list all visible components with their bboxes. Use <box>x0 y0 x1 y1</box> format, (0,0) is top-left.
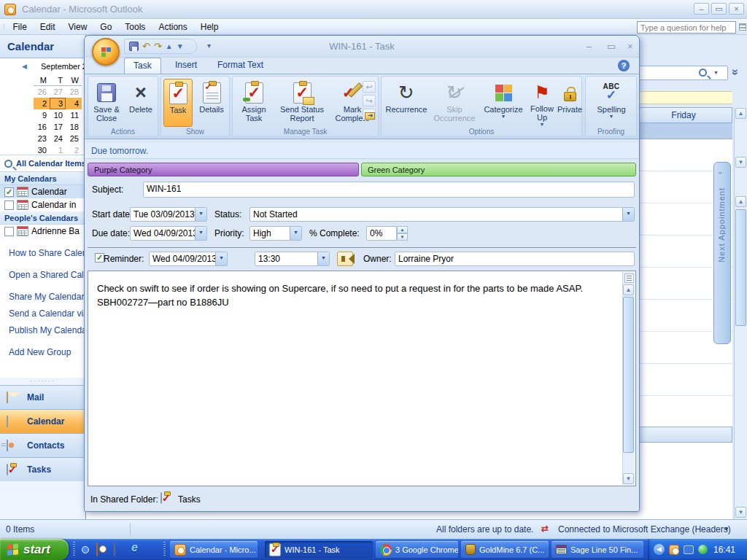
link-open-shared[interactable]: Open a Shared Calendar... <box>9 270 85 280</box>
scroll-up-icon[interactable]: ▲ <box>735 108 746 119</box>
owner-input[interactable]: Lorraine Pryor <box>395 252 635 266</box>
link-share-my-calendar[interactable]: Share My Calendar... <box>9 292 85 302</box>
scroll-down-icon[interactable]: ▼ <box>623 473 634 484</box>
percent-complete-input[interactable]: 0% <box>366 226 397 241</box>
dropdown-button[interactable]: ▼ <box>317 252 329 265</box>
spelling-button[interactable]: ABC✓ Spelling ▼ <box>589 79 633 127</box>
prev-month-arrow[interactable]: ◀ <box>22 63 27 70</box>
taskbar-button-goldmine[interactable]: GoldMine 6.7 (C... <box>461 541 549 558</box>
minimize-button[interactable]: – <box>694 3 709 15</box>
calendar-day[interactable]: 18 <box>66 121 82 133</box>
scrollbar-thumb[interactable] <box>623 297 634 453</box>
calendar-day[interactable]: 30 <box>34 144 50 156</box>
nav-button-mail[interactable]: Mail <box>0 385 85 409</box>
save-close-button[interactable]: Save & Close <box>90 79 123 127</box>
calendar-day[interactable]: 9 <box>34 109 50 121</box>
tray-outlook-icon[interactable] <box>669 545 679 555</box>
calendar-day[interactable]: 1 <box>50 144 66 156</box>
menu-go[interactable]: Go <box>93 20 118 34</box>
minimize-search-chevron-icon[interactable]: » <box>732 66 739 79</box>
category-bar-purple[interactable]: Purple Category <box>88 163 359 176</box>
select-browse-icon[interactable] <box>624 273 634 283</box>
body-scrollbar[interactable]: ▲ ▼ <box>622 272 635 485</box>
assign-task-button[interactable]: Assign Task <box>236 79 272 127</box>
table-grid-icon[interactable] <box>739 23 746 31</box>
connection-dropdown-icon[interactable]: ▼ <box>724 526 729 532</box>
question-help-input[interactable]: Type a question for help <box>637 21 736 34</box>
calendar-day[interactable]: 10 <box>50 109 66 121</box>
minimize-button[interactable]: – <box>587 42 592 51</box>
status-combo[interactable]: Not Started ▼ <box>249 207 635 222</box>
tab-task[interactable]: Task <box>124 58 161 74</box>
save-icon[interactable] <box>129 42 139 51</box>
skip-occurrence-button[interactable]: ↻ Skip Occurrence <box>430 79 479 127</box>
calendar-day[interactable]: 23 <box>34 133 50 144</box>
pane-splitter[interactable]: ······· <box>0 378 85 385</box>
search-dropdown-icon[interactable]: ▼ <box>713 70 719 75</box>
link-publish-calendar[interactable]: Publish My Calendar... <box>9 325 85 335</box>
percent-stepper[interactable]: ▲▼ <box>397 226 408 241</box>
link-how-to-share[interactable]: How to Share Calendars... <box>9 248 85 258</box>
maximize-button[interactable]: ▭ <box>711 3 727 15</box>
toolbar-grip[interactable]: ⁞ <box>3 23 5 31</box>
quicklaunch-grip[interactable] <box>73 542 75 557</box>
maximize-button[interactable]: ▭ <box>607 42 616 51</box>
menu-help[interactable]: Help <box>194 20 225 34</box>
tray-collapse-icon[interactable]: ◀ <box>654 544 665 555</box>
delete-button[interactable]: × Delete <box>125 79 157 127</box>
sync-icon[interactable]: ⇄ <box>541 524 549 534</box>
menu-file[interactable]: File <box>7 20 34 34</box>
calendar-day[interactable]: 2 <box>66 144 82 156</box>
calendar-day[interactable]: 25 <box>66 133 82 144</box>
calendar-day[interactable]: 11 <box>66 109 82 121</box>
link-send-calendar[interactable]: Send a Calendar via E-mail... <box>9 308 85 319</box>
paintbrush-icon[interactable] <box>114 543 126 556</box>
menu-edit[interactable]: Edit <box>34 20 62 34</box>
category-bar-green[interactable]: Green Category <box>361 163 636 176</box>
priority-combo[interactable]: High ▼ <box>249 226 302 241</box>
taskbar-button-chrome-group[interactable]: 3 Google Chrome ▼ <box>376 541 458 558</box>
task-view-button[interactable]: Task <box>163 79 193 127</box>
dropdown-button[interactable]: ▼ <box>195 208 206 221</box>
calendar-day[interactable]: 16 <box>34 121 50 133</box>
subject-input[interactable]: WIN-161 <box>143 182 635 198</box>
scroll-down-icon[interactable]: ▼ <box>735 157 746 168</box>
customize-qat-icon[interactable]: ▾ <box>207 42 211 50</box>
taskbar-button-task[interactable]: WIN-161 - Task <box>265 541 373 558</box>
task-body-editor[interactable]: Check on swift to see if order is showin… <box>88 271 636 486</box>
menu-tools[interactable]: Tools <box>118 20 152 34</box>
scroll-up-icon[interactable]: ▲ <box>623 284 634 295</box>
all-calendar-items[interactable]: All Calendar Items <box>0 155 85 172</box>
link-add-new-group[interactable]: Add New Group <box>9 347 85 357</box>
next-appointment-tab[interactable]: › Next Appointment <box>713 162 731 344</box>
scroll-up-icon[interactable]: ▲ <box>735 196 746 207</box>
redo-icon[interactable]: ↷ <box>154 42 162 51</box>
private-button[interactable]: Private <box>557 79 583 127</box>
start-date-combo[interactable]: Tue 03/09/2013 ▼ <box>130 207 207 222</box>
forward-icon[interactable] <box>363 109 376 120</box>
dropdown-button[interactable]: ▼ <box>215 252 227 265</box>
internet-explorer-icon[interactable]: e <box>131 541 144 553</box>
calendar-item-person[interactable]: Adrienne Ba <box>0 225 85 238</box>
nav-button-tasks[interactable]: Tasks <box>0 457 85 481</box>
menu-view[interactable]: View <box>62 20 94 34</box>
reminder-time-combo[interactable]: 13:30 ▼ <box>255 252 330 266</box>
section-peoples-calendars[interactable]: People's Calendars <box>0 211 85 225</box>
dropdown-button[interactable]: ▼ <box>622 208 634 221</box>
dropdown-button[interactable]: ▼ <box>195 227 206 240</box>
calendar-day[interactable]: 26 <box>34 86 50 98</box>
calendar-item-calendar[interactable]: ✓ Calendar <box>0 185 85 198</box>
dropdown-button[interactable]: ▼ <box>290 227 301 240</box>
tray-status-icon[interactable] <box>698 545 708 554</box>
section-my-calendars[interactable]: My Calendars <box>0 172 85 185</box>
reminder-sound-button[interactable] <box>337 252 353 266</box>
categorize-button[interactable]: Categorize ▼ <box>481 79 526 127</box>
scrollbar-thumb[interactable] <box>735 209 746 326</box>
nav-button-calendar[interactable]: Calendar <box>0 409 85 433</box>
taskbar-grip[interactable] <box>163 542 166 557</box>
reply-all-icon[interactable]: ↪ <box>363 95 376 106</box>
checkbox-checked[interactable]: ✓ <box>4 187 14 197</box>
help-icon[interactable]: ? <box>618 60 630 71</box>
taskbar-button-sage[interactable]: Sage Line 50 Fin... <box>551 541 643 558</box>
calendar-day-today[interactable]: 3 <box>50 98 66 109</box>
